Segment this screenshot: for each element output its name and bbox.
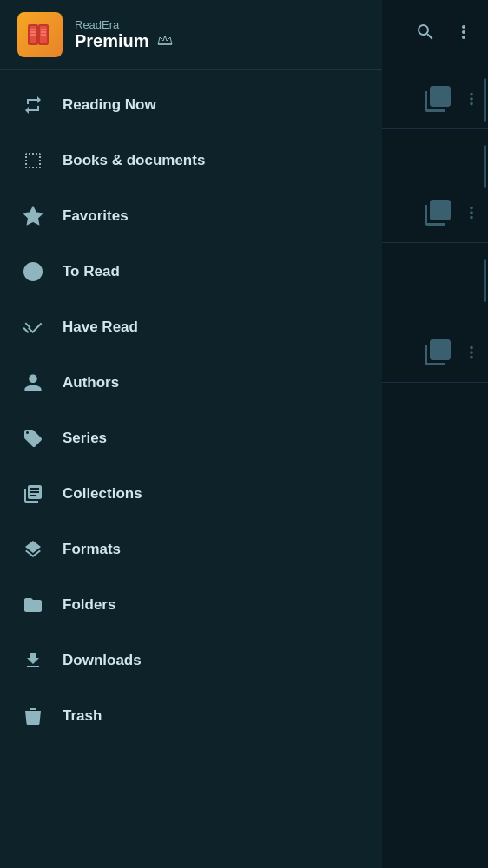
crown-icon xyxy=(156,32,174,50)
more-icon-3[interactable] xyxy=(462,343,481,362)
sidebar-item-trash[interactable]: Trash xyxy=(0,688,382,744)
right-panel-header xyxy=(382,0,488,69)
more-icon-2[interactable] xyxy=(462,203,481,222)
app-container: ReadEra Premium xyxy=(0,0,488,868)
header-text: ReadEra Premium xyxy=(75,18,174,51)
sidebar-item-favorites[interactable]: Favorites xyxy=(0,188,382,244)
book-card-2 xyxy=(382,136,488,243)
clock-icon xyxy=(21,260,45,284)
app-subtitle-text: Premium xyxy=(75,31,149,51)
layers-icon xyxy=(21,537,45,562)
sidebar-item-series[interactable]: Series xyxy=(0,411,382,466)
bookshelf-icon-3 xyxy=(422,337,453,368)
svg-marker-12 xyxy=(24,207,42,224)
sidebar-item-formats-label: Formats xyxy=(63,541,121,558)
sidebar-item-downloads-label: Downloads xyxy=(63,652,142,669)
books-icon xyxy=(21,482,45,506)
sidebar-item-authors[interactable]: Authors xyxy=(0,355,382,411)
sidebar-item-series-label: Series xyxy=(63,430,107,447)
sidebar-item-collections[interactable]: Collections xyxy=(0,466,382,522)
app-logo xyxy=(17,12,63,57)
bookshelf-icon-2 xyxy=(422,197,453,228)
sidebar-item-reading-now-label: Reading Now xyxy=(63,96,156,114)
sidebar-item-folders-label: Folders xyxy=(63,596,115,614)
person-icon xyxy=(21,371,45,395)
sidebar-item-books-documents-label: Books & documents xyxy=(63,152,205,169)
right-panel xyxy=(382,0,488,868)
star-icon xyxy=(21,204,45,228)
scroll-bar-2 xyxy=(484,145,486,188)
sidebar-item-downloads[interactable]: Downloads xyxy=(0,633,382,688)
book-card-1 xyxy=(382,69,488,129)
sidebar-item-folders[interactable]: Folders xyxy=(0,577,382,633)
list-icon xyxy=(21,148,45,173)
scroll-bar-3 xyxy=(484,259,486,302)
more-vert-icon[interactable] xyxy=(453,22,474,48)
sidebar: ReadEra Premium xyxy=(0,0,382,868)
repeat-icon xyxy=(21,93,45,117)
sidebar-item-have-read-label: Have Read xyxy=(63,319,138,336)
sidebar-item-collections-label: Collections xyxy=(63,485,142,503)
book-card-3 xyxy=(382,250,488,383)
tag-icon xyxy=(21,426,45,450)
sidebar-item-favorites-label: Favorites xyxy=(63,207,129,225)
search-icon[interactable] xyxy=(415,22,436,48)
sidebar-item-books-documents[interactable]: Books & documents xyxy=(0,133,382,188)
sidebar-item-reading-now[interactable]: Reading Now xyxy=(0,77,382,133)
folder-icon xyxy=(21,593,45,617)
nav-list: Reading Now Books & documents Favo xyxy=(0,70,382,868)
trash-icon xyxy=(21,704,45,728)
sidebar-item-trash-label: Trash xyxy=(63,707,102,725)
bookshelf-icon-1 xyxy=(422,83,453,115)
check-double-icon xyxy=(21,315,45,339)
sidebar-item-have-read[interactable]: Have Read xyxy=(0,299,382,355)
sidebar-item-to-read[interactable]: To Read xyxy=(0,244,382,299)
more-icon-1[interactable] xyxy=(462,89,481,108)
scroll-bar-1 xyxy=(484,78,486,122)
sidebar-item-to-read-label: To Read xyxy=(63,263,120,280)
sidebar-item-authors-label: Authors xyxy=(63,374,119,391)
logo-icon xyxy=(24,19,56,50)
svg-marker-10 xyxy=(158,36,172,44)
sidebar-item-formats[interactable]: Formats xyxy=(0,522,382,577)
sidebar-header: ReadEra Premium xyxy=(0,0,382,69)
app-subtitle: Premium xyxy=(75,31,174,51)
download-icon xyxy=(21,648,45,673)
app-name: ReadEra xyxy=(75,18,174,31)
